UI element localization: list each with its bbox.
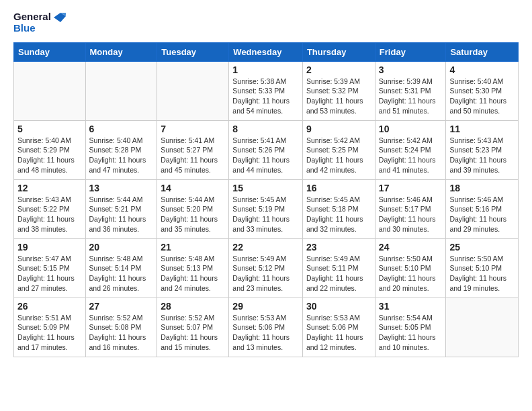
calendar-cell: 30Sunrise: 5:53 AM Sunset: 5:06 PM Dayli… bbox=[302, 298, 375, 357]
day-info: Sunrise: 5:50 AM Sunset: 5:10 PM Dayligh… bbox=[449, 254, 515, 293]
day-number: 17 bbox=[379, 183, 443, 193]
calendar: SundayMondayTuesdayWednesdayThursdayFrid… bbox=[13, 42, 519, 357]
day-info: Sunrise: 5:52 AM Sunset: 5:07 PM Dayligh… bbox=[161, 313, 225, 353]
week-row: 26Sunrise: 5:51 AM Sunset: 5:09 PM Dayli… bbox=[14, 298, 519, 357]
calendar-cell bbox=[85, 61, 157, 120]
day-info: Sunrise: 5:53 AM Sunset: 5:06 PM Dayligh… bbox=[232, 313, 299, 353]
calendar-cell: 1Sunrise: 5:38 AM Sunset: 5:33 PM Daylig… bbox=[229, 61, 303, 120]
calendar-cell: 14Sunrise: 5:44 AM Sunset: 5:20 PM Dayli… bbox=[157, 179, 229, 238]
calendar-cell: 23Sunrise: 5:49 AM Sunset: 5:11 PM Dayli… bbox=[302, 238, 375, 298]
day-info: Sunrise: 5:46 AM Sunset: 5:17 PM Dayligh… bbox=[379, 195, 443, 234]
day-info: Sunrise: 5:51 AM Sunset: 5:09 PM Dayligh… bbox=[17, 313, 82, 353]
weekday-header: Saturday bbox=[446, 42, 519, 61]
day-info: Sunrise: 5:49 AM Sunset: 5:11 PM Dayligh… bbox=[306, 254, 371, 293]
weekday-header-row: SundayMondayTuesdayWednesdayThursdayFrid… bbox=[14, 42, 519, 61]
day-number: 31 bbox=[379, 301, 443, 312]
day-info: Sunrise: 5:48 AM Sunset: 5:13 PM Dayligh… bbox=[161, 254, 225, 293]
day-number: 23 bbox=[306, 242, 371, 253]
day-number: 5 bbox=[17, 124, 82, 134]
day-info: Sunrise: 5:44 AM Sunset: 5:20 PM Dayligh… bbox=[161, 195, 225, 234]
day-info: Sunrise: 5:40 AM Sunset: 5:30 PM Dayligh… bbox=[449, 77, 515, 116]
calendar-cell: 17Sunrise: 5:46 AM Sunset: 5:17 PM Dayli… bbox=[375, 179, 446, 238]
day-info: Sunrise: 5:54 AM Sunset: 5:05 PM Dayligh… bbox=[379, 313, 443, 353]
day-number: 18 bbox=[449, 183, 515, 193]
calendar-cell: 4Sunrise: 5:40 AM Sunset: 5:30 PM Daylig… bbox=[446, 61, 519, 120]
day-info: Sunrise: 5:45 AM Sunset: 5:19 PM Dayligh… bbox=[232, 195, 299, 234]
day-info: Sunrise: 5:52 AM Sunset: 5:08 PM Dayligh… bbox=[89, 313, 154, 353]
calendar-cell: 11Sunrise: 5:43 AM Sunset: 5:23 PM Dayli… bbox=[446, 120, 519, 179]
calendar-cell: 18Sunrise: 5:46 AM Sunset: 5:16 PM Dayli… bbox=[446, 179, 519, 238]
calendar-cell: 3Sunrise: 5:39 AM Sunset: 5:31 PM Daylig… bbox=[375, 61, 446, 120]
day-number: 1 bbox=[232, 64, 299, 75]
weekday-header: Wednesday bbox=[229, 42, 303, 61]
calendar-cell: 22Sunrise: 5:49 AM Sunset: 5:12 PM Dayli… bbox=[229, 238, 303, 298]
calendar-cell bbox=[157, 61, 229, 120]
day-info: Sunrise: 5:41 AM Sunset: 5:27 PM Dayligh… bbox=[161, 136, 225, 175]
day-info: Sunrise: 5:53 AM Sunset: 5:06 PM Dayligh… bbox=[306, 313, 371, 353]
day-info: Sunrise: 5:43 AM Sunset: 5:23 PM Dayligh… bbox=[449, 136, 515, 175]
day-number: 10 bbox=[379, 124, 443, 134]
calendar-cell: 2Sunrise: 5:39 AM Sunset: 5:32 PM Daylig… bbox=[302, 61, 375, 120]
week-row: 5Sunrise: 5:40 AM Sunset: 5:29 PM Daylig… bbox=[14, 120, 519, 179]
calendar-cell: 12Sunrise: 5:43 AM Sunset: 5:22 PM Dayli… bbox=[14, 179, 86, 238]
calendar-cell: 28Sunrise: 5:52 AM Sunset: 5:07 PM Dayli… bbox=[157, 298, 229, 357]
day-info: Sunrise: 5:43 AM Sunset: 5:22 PM Dayligh… bbox=[17, 195, 82, 234]
weekday-header: Tuesday bbox=[157, 42, 229, 61]
day-number: 13 bbox=[89, 183, 154, 193]
day-number: 16 bbox=[306, 183, 371, 193]
header: General Blue bbox=[13, 11, 519, 34]
calendar-cell: 27Sunrise: 5:52 AM Sunset: 5:08 PM Dayli… bbox=[85, 298, 157, 357]
calendar-cell: 19Sunrise: 5:47 AM Sunset: 5:15 PM Dayli… bbox=[14, 238, 86, 298]
day-number: 30 bbox=[306, 301, 371, 312]
day-info: Sunrise: 5:42 AM Sunset: 5:25 PM Dayligh… bbox=[306, 136, 371, 175]
weekday-header: Monday bbox=[85, 42, 157, 61]
day-info: Sunrise: 5:42 AM Sunset: 5:24 PM Dayligh… bbox=[379, 136, 443, 175]
day-number: 15 bbox=[232, 183, 299, 193]
calendar-cell bbox=[14, 61, 86, 120]
day-number: 12 bbox=[17, 183, 82, 193]
calendar-cell: 26Sunrise: 5:51 AM Sunset: 5:09 PM Dayli… bbox=[14, 298, 86, 357]
calendar-cell: 7Sunrise: 5:41 AM Sunset: 5:27 PM Daylig… bbox=[157, 120, 229, 179]
day-info: Sunrise: 5:39 AM Sunset: 5:31 PM Dayligh… bbox=[379, 77, 443, 116]
calendar-cell: 5Sunrise: 5:40 AM Sunset: 5:29 PM Daylig… bbox=[14, 120, 86, 179]
day-info: Sunrise: 5:40 AM Sunset: 5:29 PM Dayligh… bbox=[17, 136, 82, 175]
calendar-cell: 29Sunrise: 5:53 AM Sunset: 5:06 PM Dayli… bbox=[229, 298, 303, 357]
day-number: 2 bbox=[306, 64, 371, 75]
day-number: 4 bbox=[449, 64, 515, 75]
day-info: Sunrise: 5:40 AM Sunset: 5:28 PM Dayligh… bbox=[89, 136, 154, 175]
calendar-cell: 6Sunrise: 5:40 AM Sunset: 5:28 PM Daylig… bbox=[85, 120, 157, 179]
day-number: 6 bbox=[89, 124, 154, 134]
day-number: 9 bbox=[306, 124, 371, 134]
day-info: Sunrise: 5:48 AM Sunset: 5:14 PM Dayligh… bbox=[89, 254, 154, 293]
day-number: 26 bbox=[17, 301, 82, 312]
day-number: 14 bbox=[161, 183, 225, 193]
day-number: 20 bbox=[89, 242, 154, 253]
day-info: Sunrise: 5:50 AM Sunset: 5:10 PM Dayligh… bbox=[379, 254, 443, 293]
calendar-cell: 31Sunrise: 5:54 AM Sunset: 5:05 PM Dayli… bbox=[375, 298, 446, 357]
day-info: Sunrise: 5:39 AM Sunset: 5:32 PM Dayligh… bbox=[306, 77, 371, 116]
day-number: 25 bbox=[449, 242, 515, 253]
day-number: 28 bbox=[161, 301, 225, 312]
calendar-cell bbox=[446, 298, 519, 357]
logo: General Blue bbox=[13, 11, 66, 34]
page-container: General Blue SundayMondayTuesdayWednesda… bbox=[0, 0, 532, 368]
day-number: 27 bbox=[89, 301, 154, 312]
day-number: 19 bbox=[17, 242, 82, 253]
weekday-header: Sunday bbox=[14, 42, 86, 61]
weekday-header: Thursday bbox=[302, 42, 375, 61]
calendar-cell: 10Sunrise: 5:42 AM Sunset: 5:24 PM Dayli… bbox=[375, 120, 446, 179]
calendar-cell: 20Sunrise: 5:48 AM Sunset: 5:14 PM Dayli… bbox=[85, 238, 157, 298]
day-info: Sunrise: 5:49 AM Sunset: 5:12 PM Dayligh… bbox=[232, 254, 299, 293]
calendar-cell: 25Sunrise: 5:50 AM Sunset: 5:10 PM Dayli… bbox=[446, 238, 519, 298]
day-info: Sunrise: 5:47 AM Sunset: 5:15 PM Dayligh… bbox=[17, 254, 82, 293]
week-row: 1Sunrise: 5:38 AM Sunset: 5:33 PM Daylig… bbox=[14, 61, 519, 120]
day-number: 7 bbox=[161, 124, 225, 134]
calendar-cell: 24Sunrise: 5:50 AM Sunset: 5:10 PM Dayli… bbox=[375, 238, 446, 298]
day-number: 3 bbox=[379, 64, 443, 75]
day-number: 29 bbox=[232, 301, 299, 312]
week-row: 19Sunrise: 5:47 AM Sunset: 5:15 PM Dayli… bbox=[14, 238, 519, 298]
weekday-header: Friday bbox=[375, 42, 446, 61]
day-number: 24 bbox=[379, 242, 443, 253]
calendar-cell: 16Sunrise: 5:45 AM Sunset: 5:18 PM Dayli… bbox=[302, 179, 375, 238]
day-info: Sunrise: 5:38 AM Sunset: 5:33 PM Dayligh… bbox=[232, 77, 299, 116]
